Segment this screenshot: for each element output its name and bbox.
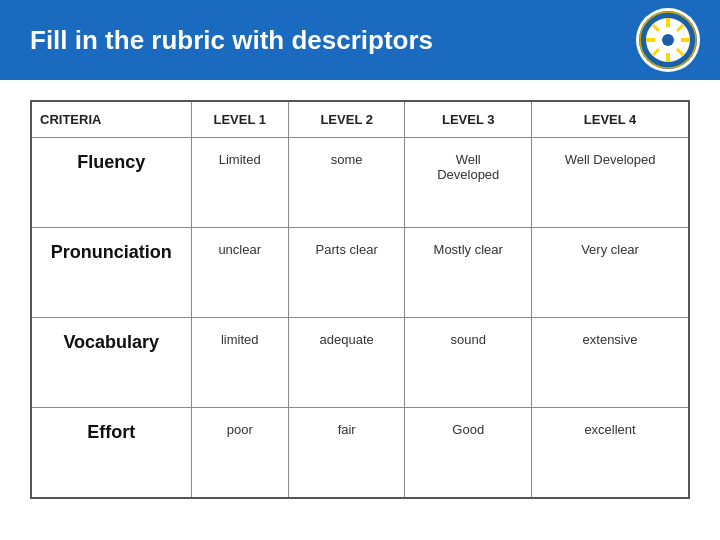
level4-cell-3: excellent — [532, 408, 689, 498]
level2-cell-2: adequate — [288, 318, 405, 408]
level3-cell-1: Mostly clear — [405, 228, 532, 318]
criteria-cell-0: Fluency — [31, 138, 191, 228]
level4-cell-1: Very clear — [532, 228, 689, 318]
level4-cell-2: extensive — [532, 318, 689, 408]
svg-point-2 — [662, 34, 674, 46]
logo-icon — [639, 11, 697, 69]
col-header-level2: LEVEL 2 — [288, 101, 405, 138]
level2-cell-0: some — [288, 138, 405, 228]
table-row: PronunciationunclearParts clearMostly cl… — [31, 228, 689, 318]
criteria-cell-3: Effort — [31, 408, 191, 498]
level1-cell-0: Limited — [191, 138, 288, 228]
logo — [636, 8, 700, 72]
page-title: Fill in the rubric with descriptors — [30, 25, 433, 56]
table-row: EffortpoorfairGoodexcellent — [31, 408, 689, 498]
level2-cell-1: Parts clear — [288, 228, 405, 318]
criteria-cell-1: Pronunciation — [31, 228, 191, 318]
table-row: FluencyLimitedsomeWellDevelopedWell Deve… — [31, 138, 689, 228]
main-content: CRITERIA LEVEL 1 LEVEL 2 LEVEL 3 LEVEL 4… — [0, 80, 720, 519]
table-row: Vocabularylimitedadequatesoundextensive — [31, 318, 689, 408]
table-header-row: CRITERIA LEVEL 1 LEVEL 2 LEVEL 3 LEVEL 4 — [31, 101, 689, 138]
page-header: Fill in the rubric with descriptors — [0, 0, 720, 80]
level3-cell-3: Good — [405, 408, 532, 498]
level4-cell-0: Well Developed — [532, 138, 689, 228]
level3-cell-0: WellDeveloped — [405, 138, 532, 228]
col-header-level3: LEVEL 3 — [405, 101, 532, 138]
rubric-table: CRITERIA LEVEL 1 LEVEL 2 LEVEL 3 LEVEL 4… — [30, 100, 690, 499]
level1-cell-3: poor — [191, 408, 288, 498]
criteria-cell-2: Vocabulary — [31, 318, 191, 408]
level2-cell-3: fair — [288, 408, 405, 498]
col-header-criteria: CRITERIA — [31, 101, 191, 138]
col-header-level4: LEVEL 4 — [532, 101, 689, 138]
col-header-level1: LEVEL 1 — [191, 101, 288, 138]
level1-cell-2: limited — [191, 318, 288, 408]
level3-cell-2: sound — [405, 318, 532, 408]
level1-cell-1: unclear — [191, 228, 288, 318]
